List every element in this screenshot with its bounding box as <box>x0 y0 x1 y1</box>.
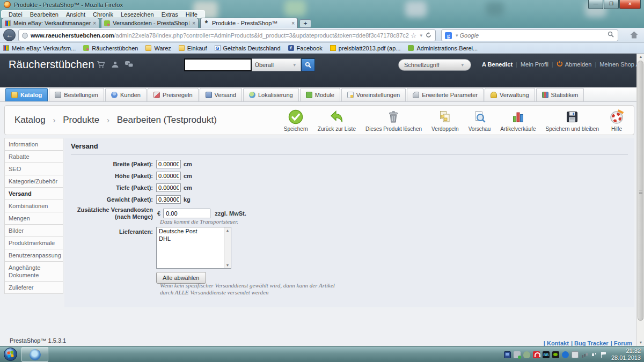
menu-item[interactable]: Lesezeichen <box>117 11 158 18</box>
save-and-stay-button[interactable]: Speichern und bleiben <box>540 108 604 133</box>
search-engine-dropdown-icon[interactable]: ▾ <box>454 33 460 38</box>
back-button[interactable]: ← <box>3 29 16 41</box>
carrier-option[interactable]: Deutsche Post <box>157 227 231 235</box>
bookmark-item[interactable]: Administrations-Berei... <box>408 45 478 51</box>
tray-icon[interactable] <box>581 351 588 358</box>
sidebar-item[interactable]: Kategorie/Zubehör <box>4 175 63 188</box>
carrier-option[interactable]: DHL <box>157 235 231 242</box>
search-go-icon[interactable] <box>608 31 614 40</box>
sidebar-item[interactable]: Versand <box>4 187 63 200</box>
tray-icon[interactable] <box>552 351 559 358</box>
scroll-down-icon[interactable]: ▼ <box>226 263 230 267</box>
nav-tab[interactable]: Kunden <box>105 88 147 101</box>
home-icon[interactable] <box>630 31 639 41</box>
bookmark-item[interactable]: Facebook <box>288 45 323 51</box>
tray-icon[interactable] <box>523 351 530 358</box>
sidebar-item[interactable]: Benutzeranpassung <box>4 249 63 262</box>
close-button[interactable]: × <box>619 0 641 9</box>
bookmark-item[interactable]: Warez <box>145 45 171 51</box>
extra-cost-input[interactable] <box>163 209 210 218</box>
user-name[interactable]: A Benedict <box>482 61 513 68</box>
bookmark-item[interactable]: Mein eBay: Verkaufsm... <box>3 45 76 51</box>
product-sales-button[interactable]: Artikelverkäufe <box>495 108 540 133</box>
search-input[interactable] <box>460 32 608 39</box>
bookmark-item[interactable]: preisblatt2013.pdf (ap... <box>330 45 401 51</box>
url-bar[interactable]: www.raeucherstuebchen.com/admin22xela78/… <box>18 29 436 41</box>
bookmark-item[interactable]: Geizhals Deutschland <box>215 45 281 51</box>
tab-close-icon[interactable]: × <box>192 20 195 26</box>
urlbar-dropdown-icon[interactable]: ▾ <box>418 33 424 38</box>
menu-item[interactable]: Chronik <box>89 11 117 18</box>
menu-item[interactable]: Extras <box>158 11 182 18</box>
scrollbar-up-icon[interactable]: ▲ <box>637 54 644 60</box>
new-tab-button[interactable]: + <box>299 19 311 28</box>
nav-tab[interactable]: Voreinstellungen <box>341 88 406 101</box>
menu-item[interactable]: Ansicht <box>62 11 89 18</box>
weight-input[interactable] <box>156 195 181 204</box>
sidebar-item[interactable]: Kombinationen <box>4 200 63 212</box>
browser-tab[interactable]: Mein eBay: Verkaufsmanager Pro: Üb... × <box>2 18 99 28</box>
sidebar-item[interactable]: Angehängte Dokumente <box>4 261 63 282</box>
sidebar-item[interactable]: Information <box>4 138 63 151</box>
tray-icon[interactable] <box>533 351 540 358</box>
browser-tab-active[interactable]: * Produkte - PrestaShop™ × <box>200 18 298 28</box>
tray-icon[interactable] <box>591 351 598 358</box>
sidebar-item[interactable]: Zulieferer <box>4 281 63 294</box>
cart-icon[interactable] <box>97 61 106 71</box>
shop-search-input[interactable] <box>184 58 252 71</box>
tray-icon[interactable] <box>562 351 569 358</box>
sidebar-item[interactable]: SEO <box>4 162 63 175</box>
width-input[interactable] <box>156 160 181 168</box>
nav-tab[interactable]: Module <box>300 88 340 101</box>
menu-item[interactable]: Hilfe <box>182 11 201 18</box>
tray-icon[interactable] <box>543 351 550 358</box>
breadcrumb-catalog[interactable]: Katalog <box>14 115 46 125</box>
shop-search-button[interactable] <box>301 58 315 71</box>
delete-product-button[interactable]: Dieses Produkt löschen <box>361 108 427 133</box>
shop-logo[interactable]: Räucherstübchen <box>9 58 94 71</box>
nav-tab[interactable]: Verwaltung <box>485 88 535 101</box>
tray-icon[interactable] <box>572 351 579 358</box>
tab-close-icon[interactable]: × <box>93 20 96 26</box>
browser-tab[interactable]: Versandkosten - PrestaShop Forums × <box>101 18 199 28</box>
taskbar-clock[interactable]: 21:32 28.01.2013 <box>611 348 641 361</box>
customers-icon[interactable] <box>111 61 119 71</box>
nav-tab[interactable]: Bestellungen <box>49 88 104 101</box>
carriers-listbox[interactable]: Deutsche PostDHL ▲▼ <box>156 227 231 269</box>
nav-tab[interactable]: Erweiterte Parameter <box>407 88 484 101</box>
start-button[interactable] <box>4 348 17 361</box>
tab-close-icon[interactable]: × <box>291 20 295 26</box>
depth-input[interactable] <box>156 183 181 192</box>
scroll-up-icon[interactable]: ▲ <box>226 228 230 232</box>
bookmark-item[interactable]: Räucherstübchen <box>83 45 138 51</box>
browser-search-box[interactable]: g ▾ <box>441 29 618 41</box>
nav-tab[interactable]: Lokalisierung <box>243 88 299 101</box>
logout-link[interactable]: Abmelden <box>565 61 592 68</box>
help-button[interactable]: Hilfe <box>604 108 630 133</box>
nav-tab[interactable]: Versand <box>200 88 242 101</box>
menu-item[interactable]: Bearbeiten <box>26 11 62 18</box>
bookmark-item[interactable]: Einkauf <box>179 45 207 51</box>
reload-icon[interactable] <box>424 31 433 40</box>
tray-icon[interactable] <box>504 351 511 358</box>
scrollbar-thumb[interactable] <box>638 61 643 321</box>
listbox-scrollbar[interactable]: ▲▼ <box>224 227 231 268</box>
firefox-taskbar-button[interactable] <box>21 347 48 362</box>
menu-item[interactable]: Datei <box>5 11 26 18</box>
google-icon[interactable]: g <box>445 32 452 39</box>
sidebar-item[interactable]: Produktmerkmale <box>4 237 63 249</box>
browser-scrollbar[interactable]: ▲ ▼ <box>636 54 644 346</box>
breadcrumb-products[interactable]: Produkte <box>63 115 99 125</box>
bookmark-star-icon[interactable]: ☆ <box>409 32 419 40</box>
sidebar-item[interactable]: Rabatte <box>4 150 63 163</box>
restore-button[interactable]: ❐ <box>604 0 619 9</box>
nav-tab[interactable]: Katalog <box>5 88 48 101</box>
scrollbar-down-icon[interactable]: ▼ <box>637 339 644 346</box>
tray-icon[interactable] <box>514 351 521 358</box>
tray-icon[interactable] <box>601 351 608 358</box>
nav-tab[interactable]: Preisregeln <box>148 88 199 101</box>
back-to-list-button[interactable]: Zurück zur Liste <box>313 108 361 133</box>
nav-tab[interactable]: Statistiken <box>536 88 584 101</box>
sidebar-item[interactable]: Bilder <box>4 224 63 237</box>
height-input[interactable] <box>156 172 181 180</box>
